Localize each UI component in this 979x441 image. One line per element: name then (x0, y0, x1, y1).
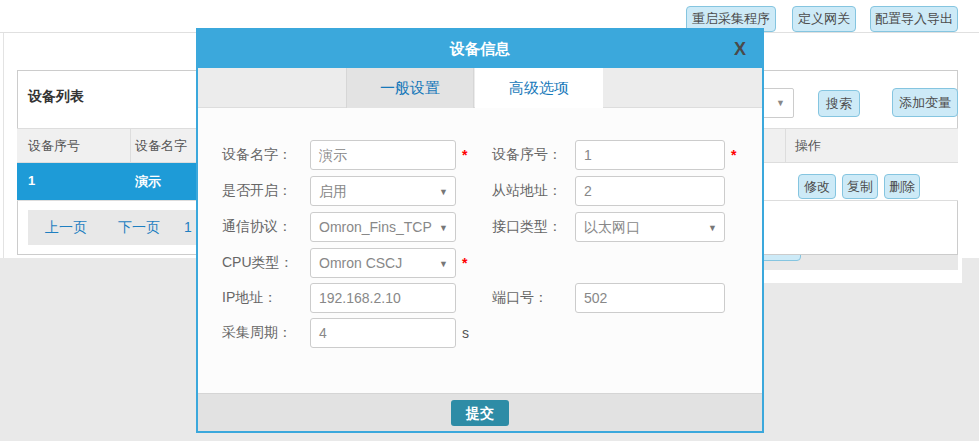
enable-select-value: 启用 (319, 183, 347, 199)
interface-type-select[interactable]: 以太网口 ▼ (575, 212, 725, 242)
slave-address-field[interactable]: 2 (575, 176, 725, 206)
protocol-label: 通信协议： (222, 218, 292, 236)
modal-body: 设备名字： 演示 * 设备序号： 1 * 是否开启： 启用 ▼ 从站地址： 2 … (198, 108, 762, 393)
column-header-device-name: 设备名字 (135, 137, 187, 155)
modify-button[interactable]: 修改 (798, 174, 836, 199)
tab-advanced-options[interactable]: 高级选项 (475, 68, 603, 108)
chevron-down-icon: ▼ (439, 178, 448, 206)
delete-button[interactable]: 删除 (884, 174, 920, 199)
port-label: 端口号： (492, 289, 548, 307)
poll-period-field[interactable]: 4 (310, 318, 456, 348)
cpu-type-label: CPU类型： (222, 254, 294, 272)
tab-general-settings[interactable]: 一般设置 (346, 68, 474, 108)
prev-page-link[interactable]: 上一页 (45, 219, 87, 237)
chevron-down-icon: ▼ (439, 250, 448, 278)
protocol-select[interactable]: Omron_Fins_TCP ▼ (310, 212, 456, 242)
device-no-label: 设备序号： (492, 146, 562, 164)
protocol-select-value: Omron_Fins_TCP (319, 219, 432, 235)
cpu-type-select-value: Omron CSCJ (319, 255, 402, 271)
cell-device-no: 1 (28, 173, 35, 188)
content-left-border (3, 33, 4, 258)
port-field[interactable]: 502 (575, 283, 725, 313)
enable-label: 是否开启： (222, 182, 292, 200)
ip-address-field[interactable]: 192.168.2.10 (310, 283, 456, 313)
interface-type-select-value: 以太网口 (584, 219, 640, 235)
column-header-actions: 操作 (795, 137, 821, 155)
device-info-modal: 设备信息 X 一般设置 高级选项 设备名字： 演示 * 设备序号： 1 * 是否… (196, 28, 764, 433)
close-icon[interactable]: X (734, 30, 746, 68)
unit-suffix: s (462, 325, 469, 341)
device-no-field[interactable]: 1 (575, 140, 725, 170)
modal-footer: 提交 (198, 393, 762, 431)
cpu-type-select[interactable]: Omron CSCJ ▼ (310, 248, 456, 278)
required-marker: * (462, 255, 467, 271)
ip-address-label: IP地址： (222, 289, 277, 307)
chevron-down-icon: ▼ (776, 98, 785, 108)
modal-title: 设备信息 (198, 30, 762, 68)
config-import-export-button[interactable]: 配置导入导出 (870, 6, 958, 32)
next-page-link[interactable]: 下一页 (118, 219, 160, 237)
poll-period-label: 采集周期： (222, 324, 292, 342)
cell-device-name: 演示 (135, 173, 161, 191)
add-variable-button[interactable]: 添加变量 (892, 88, 958, 117)
column-header-device-no: 设备序号 (28, 137, 80, 155)
interface-type-label: 接口类型： (492, 218, 562, 236)
device-name-field[interactable]: 演示 (310, 140, 456, 170)
submit-button[interactable]: 提交 (451, 400, 509, 426)
modal-header: 设备信息 X (198, 30, 762, 68)
app-root: 重启采集程序 定义网关 配置导入导出 变量 设备列表 ▼ 搜索 添加变量 设备序… (0, 0, 979, 441)
device-name-label: 设备名字： (222, 146, 292, 164)
chevron-down-icon: ▼ (439, 214, 448, 242)
search-button[interactable]: 搜索 (818, 90, 860, 117)
page-number[interactable]: 1 (184, 219, 192, 235)
copy-button[interactable]: 复制 (842, 174, 878, 199)
modal-tabstrip: 一般设置 高级选项 (198, 68, 762, 108)
required-marker: * (462, 147, 467, 163)
panel-title: 设备列表 (28, 88, 84, 106)
enable-select[interactable]: 启用 ▼ (310, 176, 456, 206)
required-marker: * (731, 147, 736, 163)
chevron-down-icon: ▼ (708, 214, 717, 242)
slave-address-label: 从站地址： (492, 182, 562, 200)
define-gateway-button[interactable]: 定义网关 (792, 6, 856, 32)
